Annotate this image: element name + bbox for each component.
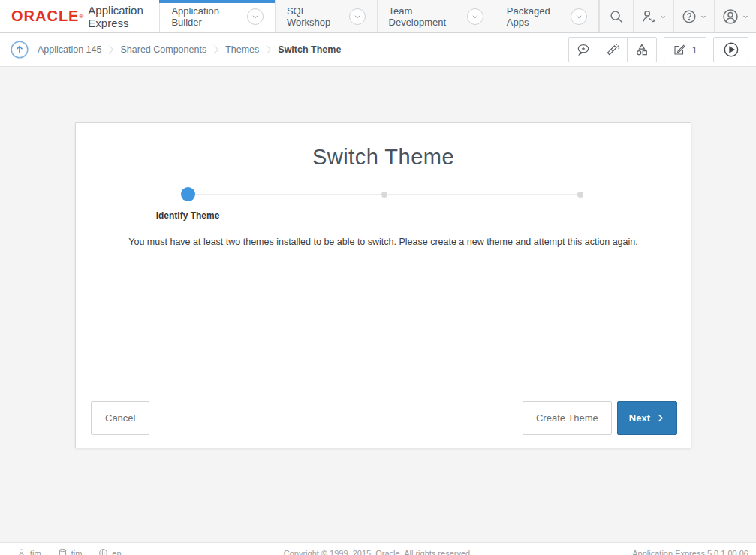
next-button-label: Next xyxy=(629,412,650,424)
tab-label: Application Builder xyxy=(171,5,239,28)
breadcrumb-separator-icon xyxy=(212,44,219,55)
wizard-actions: Create Theme Next xyxy=(523,401,677,435)
chevron-down-icon xyxy=(742,13,749,20)
edit-page-number: 1 xyxy=(691,44,697,56)
chevron-down-icon[interactable] xyxy=(247,8,264,25)
flashlight-icon xyxy=(605,42,620,57)
breadcrumb-themes[interactable]: Themes xyxy=(225,44,259,55)
run-page-button[interactable] xyxy=(713,37,748,62)
edit-page-button[interactable]: 1 xyxy=(664,37,706,62)
help-icon xyxy=(681,8,697,25)
breadcrumb-separator-icon xyxy=(107,44,114,55)
tab-team-development[interactable]: Team Development xyxy=(378,0,495,32)
wizard-message: You must have at least two themes instal… xyxy=(76,237,691,247)
breadcrumb-separator-icon xyxy=(265,44,272,55)
tab-packaged-apps[interactable]: Packaged Apps xyxy=(495,0,599,32)
apex-switch-theme-page: ORACLE® Application Express Application … xyxy=(0,0,756,555)
chevron-right-icon xyxy=(655,413,665,423)
wizard-step-3-dot xyxy=(577,192,583,198)
page-footer: tim tim en Copyright © 1999, 2015, Oracl… xyxy=(0,542,756,555)
tab-sql-workshop[interactable]: SQL Workshop xyxy=(276,0,378,32)
tab-label: Packaged Apps xyxy=(507,5,564,28)
chevron-down-icon[interactable] xyxy=(349,8,366,25)
account-menu-button[interactable] xyxy=(714,0,756,32)
cancel-button[interactable]: Cancel xyxy=(91,401,149,435)
search-button[interactable] xyxy=(599,0,633,32)
oracle-logo-trademark: ® xyxy=(79,13,83,20)
chevron-down-icon[interactable] xyxy=(571,8,587,25)
wizard-progress: Identify Theme xyxy=(76,187,691,235)
top-navigation-bar: ORACLE® Application Express Application … xyxy=(0,0,756,33)
page-toolbar: 1 xyxy=(568,37,748,62)
header-utility-icons xyxy=(599,0,756,32)
wizard-step-1-dot xyxy=(181,187,195,201)
page-title: Switch Theme xyxy=(76,145,691,170)
edit-page-icon xyxy=(673,43,686,56)
wizard-step-1-label: Identify Theme xyxy=(135,210,240,221)
debug-button[interactable] xyxy=(598,37,628,62)
breadcrumb-shared-components[interactable]: Shared Components xyxy=(120,44,206,55)
account-icon xyxy=(721,8,739,26)
chevron-down-icon xyxy=(659,13,667,20)
play-icon xyxy=(723,41,739,58)
logo-area: ORACLE® Application Express xyxy=(0,0,159,32)
main-nav-tabs: Application Builder SQL Workshop Team De… xyxy=(159,0,599,32)
create-theme-button[interactable]: Create Theme xyxy=(523,401,612,435)
search-icon xyxy=(608,8,625,25)
next-button[interactable]: Next xyxy=(617,401,677,435)
toolbar-button-group xyxy=(568,37,657,62)
up-level-icon[interactable] xyxy=(10,40,29,59)
breadcrumb-current-page: Switch Theme xyxy=(278,44,341,55)
footer-version: Application Express 5.0.1.00.06 xyxy=(632,549,748,555)
product-name: Application Express xyxy=(88,4,159,29)
shapes-icon xyxy=(634,42,649,57)
breadcrumb-application[interactable]: Application 145 xyxy=(38,44,101,55)
feedback-button[interactable] xyxy=(568,37,598,62)
shared-components-button[interactable] xyxy=(627,37,657,62)
switch-theme-wizard-card: Switch Theme Identify Theme You must hav… xyxy=(75,122,691,448)
breadcrumb: Application 145 Shared Components Themes… xyxy=(38,44,341,55)
administration-menu-button[interactable] xyxy=(633,0,673,32)
admin-user-wrench-icon xyxy=(640,8,657,25)
breadcrumb-bar: Application 145 Shared Components Themes… xyxy=(0,33,756,67)
tab-label: Team Development xyxy=(389,5,460,28)
oracle-logo: ORACLE xyxy=(11,8,79,25)
wizard-step-2-dot xyxy=(381,192,387,198)
chevron-down-icon xyxy=(700,13,707,20)
tab-label: SQL Workshop xyxy=(287,5,342,28)
help-menu-button[interactable] xyxy=(673,0,714,32)
comment-plus-icon xyxy=(576,42,591,57)
chevron-down-icon[interactable] xyxy=(467,8,483,25)
tab-application-builder[interactable]: Application Builder xyxy=(160,0,275,32)
